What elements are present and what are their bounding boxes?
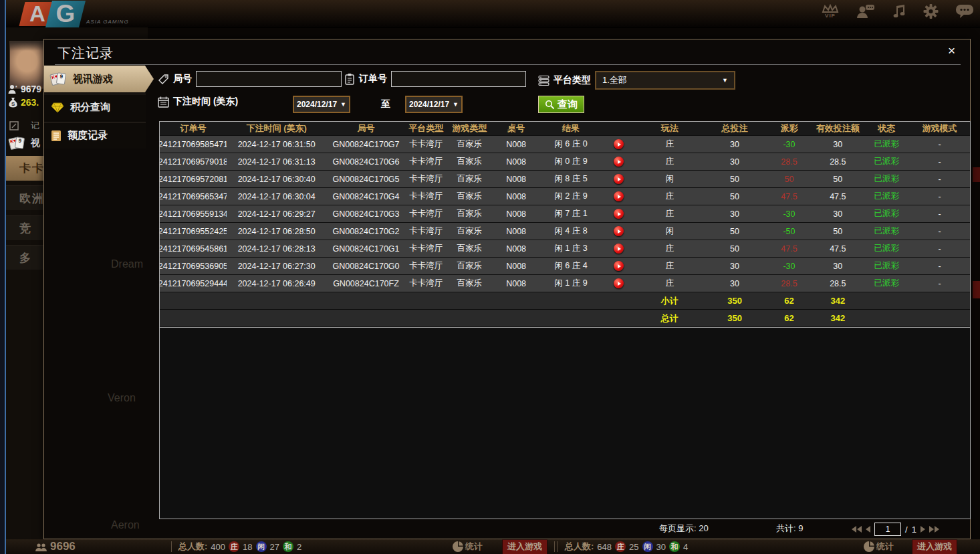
table-cell: N008	[492, 188, 540, 205]
table-cell: 闲 2 庄 9	[540, 188, 602, 205]
summary-cell	[447, 292, 492, 309]
settings-gear-icon[interactable]	[923, 4, 939, 19]
replay-play-icon[interactable]	[614, 244, 624, 254]
order-label: 订单号	[359, 73, 387, 85]
table-cell: 闲	[636, 223, 703, 240]
tab-video-games[interactable]: K♥ 9 视讯游戏	[44, 66, 154, 92]
first-page-button[interactable]	[852, 526, 862, 533]
playing-cards-icon: K♥ 9	[9, 136, 25, 150]
date-to-picker[interactable]: 2024/12/17▼	[405, 96, 463, 113]
table-cell: 已派彩	[864, 153, 909, 170]
summary-cell	[864, 292, 909, 309]
table-cell: 庄	[636, 240, 703, 257]
table-cell: 闲 7 庄 1	[540, 205, 602, 222]
table-cell: 50	[766, 171, 812, 187]
order-input[interactable]	[391, 71, 526, 87]
table-cell: 30	[812, 258, 864, 274]
table-cell: GN00824C170G6	[327, 153, 406, 170]
table-cell: GN00824C170FZ	[327, 275, 406, 292]
summary-cell	[160, 310, 227, 327]
page-number-input[interactable]	[874, 523, 901, 536]
last-page-button[interactable]	[929, 526, 939, 533]
table-cell: 卡卡湾厅	[405, 153, 447, 170]
column-header	[602, 122, 636, 135]
table-cell: 241217069529444	[160, 275, 227, 292]
table-cell: 庄	[636, 205, 703, 222]
date-from-picker[interactable]: 2024/12/17▼	[293, 96, 350, 113]
lobby-video-row[interactable]: K♥ 9 视	[9, 136, 40, 150]
customer-service-icon[interactable]	[856, 4, 875, 19]
prev-page-button[interactable]	[866, 526, 870, 533]
chat-bubble-icon[interactable]	[956, 4, 973, 19]
table-cell: 卡卡湾厅	[405, 258, 447, 274]
table-cell: 庄	[636, 275, 703, 292]
round-input[interactable]	[196, 71, 342, 87]
replay-play-icon[interactable]	[614, 209, 624, 219]
table-cell: N008	[492, 153, 540, 170]
replay-play-icon[interactable]	[614, 157, 624, 167]
table-cell: 30	[703, 275, 767, 292]
summary-cell	[405, 310, 447, 327]
enter-game-left[interactable]: 进入游戏	[502, 539, 547, 554]
table-cell: 2024-12-17 06:31:13	[227, 153, 327, 170]
platform-label: 平台类型	[554, 74, 591, 86]
summary-cell	[227, 310, 327, 327]
column-header: 下注时间 (美东)	[227, 122, 327, 135]
table-cell: GN00824C170G3	[327, 205, 406, 222]
table-cell: GN00824C170G2	[327, 223, 406, 240]
top-bar: A G ASIA GAMING VIP	[6, 0, 980, 28]
tab-points-query[interactable]: 积分查询	[44, 94, 146, 120]
enter-game-right[interactable]: 进入游戏	[912, 539, 957, 554]
table-cell: 闲 1 庄 3	[540, 240, 602, 257]
table-cell: 百家乐	[447, 188, 492, 205]
platform-select[interactable]: 1.全部 ▼	[595, 71, 735, 90]
table-cell: 已派彩	[864, 171, 909, 187]
table-cell: 30	[703, 205, 767, 222]
lobby-note-row[interactable]: 记	[9, 120, 39, 132]
round-filter: 局号	[158, 71, 342, 87]
search-button[interactable]: 查询	[538, 96, 584, 113]
people-icon	[35, 542, 48, 552]
replay-play-icon[interactable]	[614, 226, 624, 236]
table-cell: 28.5	[766, 275, 812, 292]
table-cell: 2024-12-17 06:28:50	[227, 223, 327, 240]
summary-cell	[227, 292, 327, 309]
table-cell: 卡卡湾厅	[405, 240, 447, 257]
table-stats-left: 总人数: 400 庄 18 闲 27 和 2	[178, 539, 301, 554]
next-page-button[interactable]	[921, 526, 925, 533]
table-cell: 闲 0 庄 9	[540, 153, 602, 170]
table-cell: -	[909, 205, 970, 222]
replay-play-icon[interactable]	[614, 278, 624, 288]
table-cell: 卡卡湾厅	[405, 188, 447, 205]
table-cell: 28.5	[812, 275, 864, 292]
table-cell: -	[909, 136, 970, 153]
replay-play-icon[interactable]	[614, 191, 624, 201]
total-online-players: 9696	[35, 539, 76, 554]
clipboard-icon	[344, 73, 355, 85]
replay-play-icon[interactable]	[614, 174, 624, 184]
time-filter-label-group: 下注时间 (美东)	[158, 96, 238, 108]
table-cell: GN00824C170G1	[327, 240, 406, 257]
table-cell: -	[909, 171, 970, 187]
table-cell: 50	[812, 223, 864, 240]
table-row: 2412170695720812024-12-17 06:30:40GN0082…	[160, 171, 970, 187]
table-cell: 30	[812, 136, 864, 153]
avatar[interactable]	[9, 41, 45, 89]
summary-cell: 62	[766, 292, 812, 309]
replay-play-icon[interactable]	[614, 261, 624, 271]
close-icon[interactable]: ×	[944, 43, 959, 58]
replay-play-icon[interactable]	[614, 139, 624, 149]
table-cell: N008	[492, 240, 540, 257]
tab-credit-records[interactable]: 额度记录	[44, 122, 146, 149]
chevron-down-icon: ▼	[722, 77, 728, 84]
summary-cell	[327, 292, 406, 309]
stats-button-right[interactable]: 统计	[864, 539, 894, 554]
vip-icon[interactable]: VIP	[822, 4, 839, 19]
music-icon[interactable]	[892, 4, 906, 19]
table-cell: N008	[492, 258, 540, 274]
banker-badge: 庄	[229, 541, 239, 552]
table-cell: 百家乐	[447, 136, 492, 153]
column-header: 状态	[864, 122, 909, 135]
svg-text:*: *	[15, 85, 17, 90]
stats-button-left[interactable]: 统计	[453, 539, 483, 554]
